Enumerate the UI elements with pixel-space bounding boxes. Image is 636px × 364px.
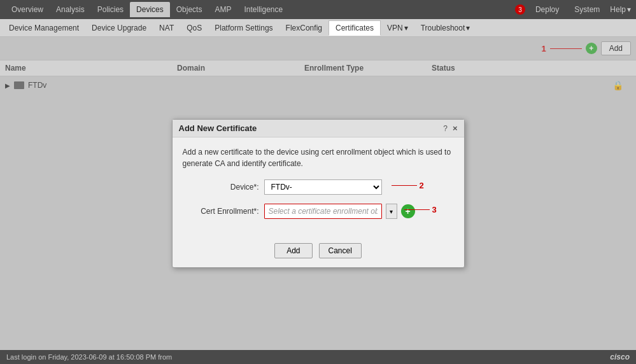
modal-controls: ? ×: [443, 123, 457, 133]
annotation-2-group: 2: [392, 181, 424, 190]
modal-help-button[interactable]: ?: [443, 124, 448, 133]
login-status-text: Last login on Friday, 2023-06-09 at 16:5…: [6, 353, 172, 361]
nav-platform-settings[interactable]: Platform Settings: [208, 21, 279, 35]
second-navigation: Device Management Device Upgrade NAT QoS…: [0, 19, 636, 37]
nav-device-management[interactable]: Device Management: [3, 21, 85, 35]
deploy-button[interactable]: Deploy: [530, 3, 564, 16]
nav-device-upgrade[interactable]: Device Upgrade: [85, 21, 153, 35]
device-select[interactable]: FTDv-: [264, 179, 382, 195]
cert-enrollment-input[interactable]: [264, 204, 382, 219]
top-navigation: Overview Analysis Policies Devices Objec…: [0, 0, 636, 19]
nav-item-intelligence[interactable]: Intelligence: [237, 2, 289, 17]
device-form-row: Device*: FTDv- 2: [183, 179, 454, 195]
modal-outer: Add New Certificate ? × Add a new certif…: [172, 119, 465, 268]
cert-enrollment-dropdown-btn[interactable]: ▾: [386, 204, 397, 219]
modal-title: Add New Certificate: [179, 123, 257, 133]
nav-troubleshoot[interactable]: Troubleshoot ▾: [414, 21, 477, 35]
help-button[interactable]: Help ▾: [610, 5, 631, 14]
top-nav-right: 3 Deploy System Help ▾: [515, 3, 631, 16]
annotation-3-group: 3: [404, 205, 437, 214]
nav-nat[interactable]: NAT: [153, 21, 180, 35]
annotation-num-2: 2: [420, 181, 424, 190]
modal-description: Add a new certificate to the device usin…: [183, 146, 454, 169]
nav-flexconfig[interactable]: FlexConfig: [279, 21, 329, 35]
annotation-num-3: 3: [432, 205, 437, 214]
cert-enrollment-form-row: Cert Enrollment*: ▾ 3: [183, 204, 454, 219]
modal-close-button[interactable]: ×: [453, 123, 458, 133]
nav-item-overview[interactable]: Overview: [5, 2, 50, 17]
modal-add-button[interactable]: Add: [274, 243, 312, 258]
content-area: 1 Add Name Domain Enrollment Type Status…: [0, 37, 636, 350]
modal-footer: Add Cancel: [173, 237, 464, 267]
nav-item-devices[interactable]: Devices: [130, 2, 170, 17]
nav-item-analysis[interactable]: Analysis: [50, 2, 91, 17]
nav-certificates[interactable]: Certificates: [329, 20, 381, 36]
nav-qos[interactable]: QoS: [180, 21, 208, 35]
cert-enrollment-label-text: Cert Enrollment*:: [183, 207, 259, 216]
arrow-line-2: [392, 185, 417, 186]
device-label-text: Device*:: [183, 183, 259, 192]
modal-body: Add a new certificate to the device usin…: [173, 137, 464, 237]
nav-item-policies[interactable]: Policies: [91, 2, 130, 17]
status-bar: Last login on Friday, 2023-06-09 at 16:5…: [0, 350, 636, 364]
nav-item-objects[interactable]: Objects: [170, 2, 209, 17]
nav-vpn[interactable]: VPN ▾: [381, 21, 414, 35]
nav-item-amp[interactable]: AMP: [208, 2, 237, 17]
device-control: FTDv- 2: [264, 179, 454, 195]
modal-titlebar: Add New Certificate ? ×: [173, 120, 464, 137]
add-certificate-modal: Add New Certificate ? × Add a new certif…: [172, 119, 465, 268]
modal-cancel-button[interactable]: Cancel: [319, 243, 362, 258]
system-button[interactable]: System: [569, 3, 605, 16]
cert-enrollment-control: ▾ 3: [264, 204, 454, 219]
alert-badge[interactable]: 3: [515, 4, 525, 15]
arrow-line-3: [404, 209, 430, 210]
cisco-logo: cisco: [610, 353, 630, 361]
modal-overlay: Add New Certificate ? × Add a new certif…: [0, 37, 636, 350]
